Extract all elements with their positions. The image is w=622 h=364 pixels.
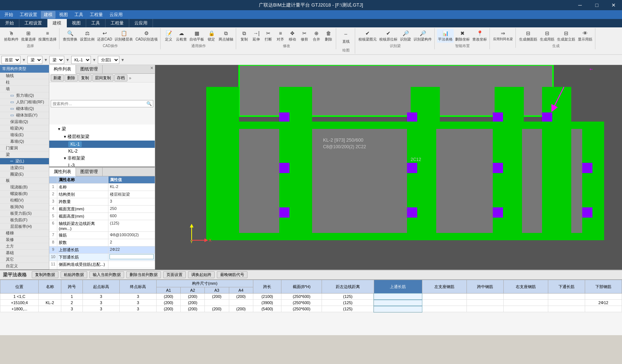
copy-span-button[interactable]: 复制跨数据 [32, 271, 58, 278]
nav-beam-header[interactable]: 梁 [0, 152, 49, 158]
menu-quantity[interactable]: 工程量 [87, 11, 106, 19]
nav-wall-header[interactable]: 墙 [0, 86, 49, 92]
prop-input-10[interactable] [110, 254, 153, 259]
cad-options-button[interactable]: ⚙ CAD识别选项 [134, 29, 159, 43]
property-select-button[interactable]: ≡ 按属性选择 [37, 29, 58, 43]
copy-to-layer-button[interactable]: ⧉ 两点辅轴 [218, 29, 234, 43]
panel-close-button[interactable]: × [149, 65, 155, 73]
delete-coord-button[interactable]: ✖ 删除坐标 [454, 29, 471, 43]
check-beam-button[interactable]: ✔ 校核梁图元 [357, 29, 378, 43]
nav-earthwork[interactable]: 土方 [0, 243, 49, 250]
nav-custom[interactable]: 自定义 [0, 263, 49, 269]
toolbar-tab-start[interactable]: 开始 [0, 19, 19, 27]
gen-rebar-button[interactable]: ⊟ 生成用筋 [539, 29, 556, 43]
nav-masonry-rebar[interactable]: ▭ 砌体加筋(Y) [0, 112, 49, 119]
identify-beam-button[interactable]: 🔎 识别梁 [399, 29, 412, 43]
top-cont-input-2[interactable] [387, 300, 409, 305]
floor-select[interactable]: 首层 [1, 56, 20, 64]
page-setup-button[interactable]: 页面设置 [163, 271, 186, 278]
align-button[interactable]: ≡ 对齐 [274, 29, 286, 43]
nav-foundation[interactable]: 基础 [0, 250, 49, 256]
category-select[interactable]: 梁 [27, 56, 42, 64]
cloud-check-button[interactable]: ☁ 云检查 [175, 29, 188, 43]
batch-select-button[interactable]: ⊞ 批量选择 [20, 29, 37, 43]
component-select[interactable]: KL-1 [71, 56, 91, 64]
prop-list-tab[interactable]: 属性列表 [49, 168, 76, 176]
maximize-button[interactable]: □ [588, 0, 605, 10]
cell-top-cont-3[interactable] [374, 306, 422, 312]
tree-floor-frame-beam[interactable]: ▼ 楼层框架梁 [49, 133, 155, 141]
copy-comp-button[interactable]: 复制 [78, 74, 92, 81]
nav-beam-L[interactable]: ═ 梁(L) [0, 158, 49, 165]
menu-view[interactable]: 视图 [56, 11, 71, 19]
nav-cast-slab[interactable]: 现浇板(B) [0, 184, 49, 191]
save-button[interactable]: 存档 [114, 74, 127, 81]
nav-decoration[interactable]: 装修 [0, 237, 49, 243]
toolbar-tab-modeling[interactable]: 建模 [47, 19, 67, 27]
gen-side-rebar-button[interactable]: ⊟ 生成侧面筋 [518, 29, 538, 43]
top-cont-input-1[interactable] [387, 294, 409, 299]
gen-frame-rebar-button[interactable]: ⊟ 生成架立筋 [556, 29, 576, 43]
toolbar-tab-settings[interactable]: 工程设置 [19, 19, 47, 27]
comp-list-tab[interactable]: 构件列表 [49, 65, 76, 74]
check-origin-button[interactable]: ✔ 校核原位标 [378, 29, 399, 43]
swap-start-span-button[interactable]: 调换起始跨 [188, 271, 215, 278]
nav-wall-buttress[interactable]: 墙垛(E) [0, 132, 49, 138]
nav-insulation-wall[interactable]: 保温墙(Q) [0, 119, 49, 125]
input-current-col-button[interactable]: 输入当前列数据 [89, 271, 124, 278]
drawing-mgmt-tab[interactable]: 图纸管理 [76, 65, 103, 73]
nav-slab-header[interactable]: 板 [0, 178, 49, 184]
move-button[interactable]: ✥ 移动 [287, 29, 298, 43]
lock-button[interactable]: 🔒 锁定 [206, 29, 217, 43]
nav-defense-wall[interactable]: ▭ 人防门框墙(RF) [0, 99, 49, 106]
break-button[interactable]: ✂ 打断 [262, 29, 274, 43]
nav-shear-wall[interactable]: ▭ 剪力墙(Q) [0, 92, 49, 99]
tree-beam-root[interactable]: ▼ 梁 [49, 125, 155, 133]
nav-slab-neg-rebar[interactable]: 板负筋(F) [0, 217, 49, 223]
apply-same-name-button[interactable]: ⇒ 应用到同名梁 [492, 29, 514, 47]
paste-span-button[interactable]: 粘贴跨数据 [61, 271, 87, 278]
trim-button[interactable]: ✂ 修剪 [299, 29, 310, 43]
nav-other[interactable]: 其它 [0, 256, 49, 263]
nav-door-window[interactable]: 门窗洞 [0, 145, 49, 152]
line-draw-button[interactable]: ⁻ 直线 [339, 29, 353, 47]
merge-button[interactable]: ⊕ 合并 [311, 29, 322, 43]
extend-button[interactable]: →| 延伸 [250, 29, 262, 43]
identify-floor-button[interactable]: 📋 识别楼层表 [114, 29, 134, 43]
nav-masonry-wall[interactable]: ▭ 砌体墙(Q) [0, 106, 49, 112]
delete-comp-button[interactable]: 删除 [65, 74, 78, 81]
nav-column[interactable]: 柱 [0, 79, 49, 86]
flat-table-button[interactable]: 📊 平法表格 [437, 29, 454, 43]
nav-stair[interactable]: 楼梯 [0, 230, 49, 237]
search-input[interactable] [51, 100, 153, 107]
cell-top-cont-1[interactable] [374, 294, 422, 300]
tree-non-frame-beam[interactable]: ▼ 非框架梁 [49, 154, 155, 162]
delete-button[interactable]: 🗑 删除 [323, 29, 334, 43]
nav-spiral-slab[interactable]: 螺旋板(B) [0, 191, 49, 197]
show-rebar-button[interactable]: 👁 显示用筋 [577, 29, 594, 43]
menu-start[interactable]: 开始 [1, 11, 16, 19]
nav-coupling-beam[interactable]: 连梁(G) [0, 165, 49, 171]
find-replace-button[interactable]: 🔍 查找替换 [62, 29, 78, 43]
nav-slab-hole[interactable]: 板洞(N) [0, 204, 49, 210]
nav-ring-beam[interactable]: 圈梁(E) [0, 171, 49, 178]
pick-component-button[interactable]: 🖱 拾取构件 [3, 29, 20, 43]
nav-axis[interactable]: 轴线 [0, 73, 49, 79]
restore-cad-button[interactable]: ↩ 还原CAD [96, 29, 113, 43]
nav-slab-strip[interactable]: 层层板带(H) [0, 223, 49, 230]
cell-top-cont-2[interactable] [374, 300, 422, 306]
nav-common-header[interactable]: 常用构件类型 [0, 65, 49, 73]
tree-kl2[interactable]: KL-2 [49, 148, 155, 154]
nav-column-cap[interactable]: 柱帽(V) [0, 197, 49, 204]
nav-curtain-wall[interactable]: 幕墙(Q) [0, 138, 49, 145]
copy-button[interactable]: ⧉ 复制 [238, 29, 250, 43]
menu-cloud[interactable]: 云应用 [107, 11, 126, 19]
menu-tools[interactable]: 工具 [72, 11, 86, 19]
nav-slab-force-rebar[interactable]: 板受力筋(S) [0, 210, 49, 217]
new-button[interactable]: 新建 [51, 74, 64, 81]
menu-modeling[interactable]: 建模 [41, 11, 55, 19]
toolbar-tab-tools[interactable]: 工具 [86, 19, 105, 27]
floor-copy-button[interactable]: 层间复制 [92, 74, 114, 81]
layer-select[interactable]: 分层1 [98, 56, 119, 64]
layer-mgmt-tab[interactable]: 图层管理 [76, 168, 103, 176]
